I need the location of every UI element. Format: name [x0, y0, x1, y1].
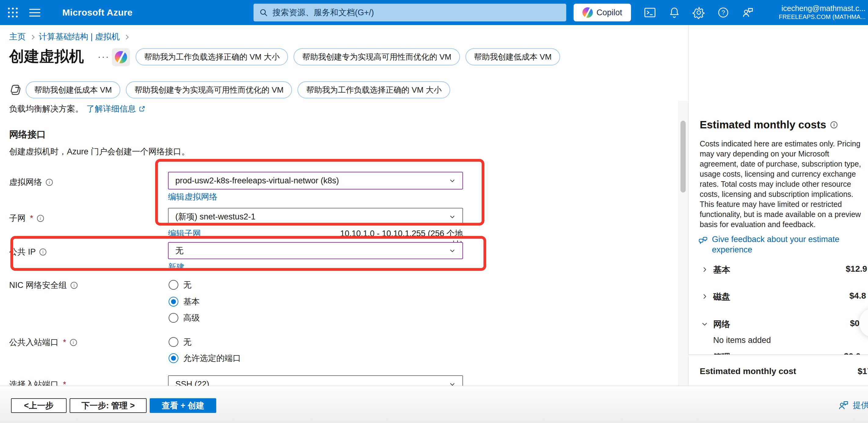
- footer-feedback-text: 提供: [853, 400, 868, 411]
- chevron-right-icon: [124, 34, 129, 39]
- wizard-footer: <上一步 下一步: 管理 > 查看 + 创建 提供: [0, 386, 868, 423]
- chevron-right-icon[interactable]: [701, 293, 708, 300]
- copilot-tile-button[interactable]: [112, 48, 130, 66]
- more-actions-button[interactable]: ···: [98, 51, 110, 62]
- intro-line: 负载均衡解决方案。 了解详细信息: [9, 103, 145, 114]
- account-info[interactable]: icecheng@mathmast.c... FREELEAPS.COM (MA…: [779, 4, 866, 21]
- suggestion-pill[interactable]: 帮助我创建专为实现高可用性而优化的 VM: [293, 48, 460, 65]
- info-icon[interactable]: [37, 215, 44, 222]
- estimated-costs-panel: Estimated monthly costs Costs indicated …: [688, 25, 868, 423]
- copilot-label: Copilot: [596, 8, 622, 18]
- public-ip-dropdown[interactable]: 无: [168, 242, 463, 259]
- brand-title[interactable]: Microsoft Azure: [62, 7, 132, 18]
- copilot-suggestions-row-2: 帮助我创建低成本 VM 帮助我创建专为实现高可用性而优化的 VM 帮助我为工作负…: [26, 81, 450, 98]
- info-icon[interactable]: [39, 249, 46, 255]
- subnet-dropdown[interactable]: (新项) snet-westus2-1: [168, 208, 463, 226]
- cost-panel-title: Estimated monthly costs: [700, 119, 837, 131]
- settings-button[interactable]: [692, 6, 706, 19]
- footer-feedback-link[interactable]: 提供: [837, 399, 868, 411]
- search-icon: [259, 8, 268, 17]
- feedback-icon: [837, 399, 849, 411]
- inbound-option-none[interactable]: 无: [168, 337, 191, 347]
- gear-icon: [692, 6, 705, 19]
- radio-icon: [168, 280, 178, 290]
- chevron-down-icon[interactable]: [701, 320, 708, 328]
- chevron-right-icon: [30, 34, 35, 39]
- breadcrumb-home[interactable]: 主页: [9, 31, 26, 42]
- cost-list: 基本 $12.9 磁盘 $4.8 网络 $0.0 No items added …: [689, 260, 868, 355]
- copilot-button[interactable]: Copilot: [574, 4, 631, 21]
- total-cost-value: $17: [858, 366, 868, 376]
- nsg-label: NIC 网络安全组: [9, 280, 78, 291]
- hamburger-icon: [29, 9, 40, 17]
- estimate-feedback-link[interactable]: Give feedback about your estimate experi…: [698, 234, 857, 255]
- cost-row-network[interactable]: 网络 $0.0: [689, 318, 868, 330]
- breadcrumb-vm[interactable]: 计算基础结构 | 虚拟机: [39, 31, 120, 42]
- info-icon[interactable]: [70, 339, 77, 346]
- chevron-right-icon[interactable]: [701, 266, 708, 273]
- copilot-logo-icon: [583, 7, 593, 18]
- waffle-icon: [8, 8, 18, 18]
- vnet-dropdown[interactable]: prod-usw2-k8s-freeleaps-virtual-networ (…: [168, 172, 463, 190]
- radio-icon: [168, 337, 178, 347]
- topbar: Microsoft Azure Copilot ? icecheng@mathm…: [0, 0, 868, 25]
- learn-more-link[interactable]: 了解详细信息: [87, 103, 136, 114]
- nsg-option-advanced[interactable]: 高级: [168, 312, 200, 323]
- global-search[interactable]: [253, 4, 566, 21]
- cost-value: $12.9: [846, 264, 867, 274]
- help-button[interactable]: ?: [716, 6, 730, 19]
- public-ip-label: 公共 IP: [9, 246, 46, 257]
- nsg-option-basic[interactable]: 基本: [168, 296, 200, 307]
- give-feedback-icon: [698, 235, 708, 246]
- info-icon[interactable]: [70, 282, 78, 289]
- copilot-outline-icon[interactable]: [8, 83, 23, 97]
- user-email: icecheng@mathmast.c...: [779, 4, 866, 13]
- svg-text:?: ?: [721, 9, 725, 16]
- help-icon: ?: [717, 6, 729, 19]
- scrollbar-thumb[interactable]: [680, 121, 686, 193]
- nsg-option-none[interactable]: 无: [168, 279, 191, 290]
- suggestion-pill[interactable]: 帮助我创建专为实现高可用性而优化的 VM: [126, 81, 292, 98]
- subnet-value: (新项) snet-westus2-1: [175, 211, 256, 222]
- subnet-label: 子网 *: [9, 213, 44, 224]
- section-description: 创建虚拟机时，Azure 门户会创建一个网络接口。: [9, 146, 190, 157]
- previous-step-button[interactable]: <上一步: [11, 398, 67, 413]
- chevron-down-icon: [449, 213, 456, 220]
- suggestion-pill[interactable]: 帮助我创建低成本 VM: [465, 48, 560, 65]
- suggestion-pill[interactable]: 帮助我为工作负载选择正确的 VM 大小: [135, 48, 288, 65]
- radio-icon: [168, 313, 178, 323]
- suggestion-pill[interactable]: 帮助我为工作负载选择正确的 VM 大小: [298, 81, 450, 98]
- create-new-ip-link[interactable]: 新建: [168, 262, 184, 273]
- estimate-feedback-text: Give feedback about your estimate experi…: [712, 234, 857, 255]
- intro-text: 负载均衡解决方案。: [9, 103, 83, 114]
- copilot-logo-icon: [115, 51, 127, 63]
- search-input[interactable]: [273, 8, 561, 18]
- info-icon[interactable]: [46, 179, 53, 186]
- cloud-shell-button[interactable]: [643, 6, 657, 19]
- scrollbar-track[interactable]: [678, 101, 688, 386]
- app-launcher-button[interactable]: [0, 0, 26, 25]
- notifications-button[interactable]: [668, 6, 681, 19]
- cost-panel-description: Costs indicated here are estimates only.…: [700, 139, 868, 229]
- suggestion-pill[interactable]: 帮助我创建低成本 VM: [26, 81, 120, 98]
- feedback-icon: [741, 6, 754, 19]
- cost-row-disk[interactable]: 磁盘 $4.8: [689, 290, 868, 303]
- total-cost-label: Estimated monthly cost: [700, 366, 796, 376]
- hamburger-menu-button[interactable]: [26, 0, 48, 25]
- inbound-option-allow-selected[interactable]: 允许选定的端口: [168, 353, 241, 364]
- topbar-icons: ?: [643, 0, 754, 25]
- edit-vnet-link[interactable]: 编辑虚拟网络: [168, 191, 217, 202]
- cost-row-basic[interactable]: 基本 $12.9: [689, 263, 868, 276]
- cost-panel-footer: Estimated monthly cost $17: [689, 355, 868, 386]
- cost-row-management[interactable]: 管理 $0.0: [689, 351, 868, 355]
- vnet-value: prod-usw2-k8s-freeleaps-virtual-networ (…: [175, 176, 339, 186]
- info-icon[interactable]: [831, 121, 837, 129]
- next-step-button[interactable]: 下一步: 管理 >: [70, 398, 147, 413]
- required-asterisk: *: [30, 214, 33, 223]
- edit-subnet-link[interactable]: 编辑子网: [168, 228, 201, 239]
- external-link-icon: [139, 106, 145, 112]
- chevron-down-icon: [449, 177, 456, 184]
- feedback-button[interactable]: [741, 6, 754, 19]
- review-create-button[interactable]: 查看 + 创建: [150, 398, 216, 413]
- cost-empty-text: No items added: [713, 336, 771, 345]
